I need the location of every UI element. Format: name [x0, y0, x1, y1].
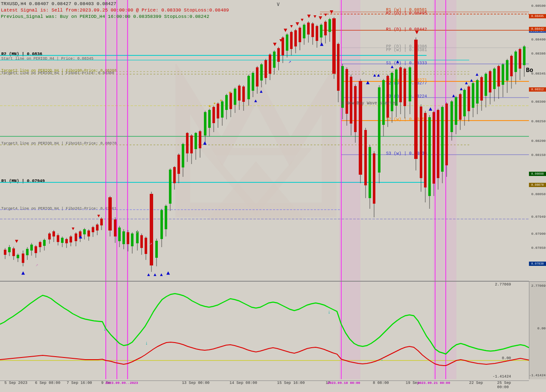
xaxis-sep21-date: 2023.09.21 00:00 [417, 381, 450, 385]
price-08250: 0.08250 [531, 119, 546, 123]
svg-rect-226 [437, 110, 439, 178]
svg-rect-168 [307, 23, 310, 35]
xaxis-sep14: 14 Sep 08:00 [229, 381, 257, 385]
svg-text:▼: ▼ [296, 20, 299, 27]
svg-text:▼: ▼ [15, 238, 18, 245]
svg-text:▲: ▲ [470, 78, 473, 83]
svg-text:▼: ▼ [279, 38, 282, 43]
svg-rect-106 [173, 167, 176, 183]
svg-rect-188 [350, 77, 352, 124]
svg-rect-174 [320, 25, 322, 37]
t4-price-box: 0.07830 [529, 262, 546, 266]
svg-text:▼: ▼ [284, 27, 288, 34]
r1d-price-label: 0.08442 [529, 27, 546, 31]
svg-rect-56 [57, 235, 59, 242]
xaxis-sep18b: 8 08:00 [373, 381, 389, 385]
svg-rect-236 [459, 94, 462, 120]
svg-rect-240 [468, 86, 470, 111]
xaxis-sep9-date: 2023.09.09..2023 [105, 381, 138, 385]
svg-text:▼: ▼ [330, 9, 334, 15]
svg-rect-46 [35, 246, 37, 253]
chart-svg: ▼ ▼ ▼ ▼ ▼ ▼ ▼ ▼ ▼ ▼ ▼ ▼ ▼ ▼ ▼ ▲ ▲ ▲ ▲ ▲ … [0, 0, 529, 281]
svg-rect-242 [472, 83, 474, 108]
svg-text:▲: ▲ [160, 272, 163, 277]
svg-rect-82 [118, 228, 121, 241]
svg-rect-190 [354, 86, 357, 132]
svg-rect-250 [489, 71, 491, 92]
svg-rect-100 [160, 210, 163, 239]
svg-text:↓: ↓ [328, 309, 331, 315]
svg-rect-116 [195, 133, 197, 149]
price-08386: 0.08386 [531, 52, 546, 55]
svg-rect-244 [476, 80, 479, 104]
s1-price-box: 0.08312 [529, 87, 546, 92]
svg-rect-164 [299, 28, 301, 42]
svg-rect-150 [269, 55, 271, 74]
svg-rect-180 [332, 18, 336, 74]
svg-rect-114 [190, 135, 193, 153]
svg-text:▼: ▼ [97, 213, 100, 219]
svg-rect-29 [339, 0, 360, 281]
svg-rect-42 [26, 249, 29, 255]
svg-text:▲: ▲ [429, 106, 433, 112]
svg-rect-54 [52, 231, 55, 236]
svg-rect-246 [480, 77, 483, 101]
svg-text:▲: ▲ [260, 89, 263, 94]
svg-text:▼: ▼ [301, 17, 304, 23]
xaxis-sep5: 5 Sep 2023 [4, 381, 27, 385]
svg-rect-104 [169, 170, 171, 204]
svg-text:▼: ▼ [415, 29, 419, 36]
svg-rect-196 [369, 147, 371, 198]
svg-text:▲: ▲ [452, 93, 455, 98]
svg-text:▲: ▲ [147, 272, 150, 277]
svg-text:▲: ▲ [396, 59, 399, 64]
svg-rect-124 [212, 107, 215, 123]
svg-text:▲: ▲ [79, 234, 82, 240]
xaxis: 5 Sep 2023 6 Sep 08:00 7 Sep 16:00 9 Se … [0, 380, 529, 388]
svg-text:▲: ▲ [320, 41, 324, 48]
svg-rect-254 [497, 66, 500, 86]
svg-rect-60 [65, 239, 68, 243]
r2d-price-label: 0.08495 [529, 14, 546, 18]
price-08400: 0.08400 [531, 37, 546, 41]
ind-price-mid: 0.00 [537, 326, 546, 330]
chart-container: ▼ ▼ ▼ ▼ ▼ ▼ ▼ ▼ ▼ ▼ ▼ ▼ ▼ ▼ ▼ ▲ ▲ ▲ ▲ ▲ … [0, 0, 546, 392]
svg-rect-321 [106, 282, 129, 379]
header-line-2: Latest Signal is: Sell from:2023.09.25 0… [1, 7, 229, 14]
svg-rect-176 [324, 22, 327, 35]
svg-rect-112 [186, 133, 189, 153]
svg-rect-162 [294, 30, 297, 46]
svg-rect-172 [316, 26, 318, 41]
svg-rect-58 [61, 238, 64, 243]
svg-rect-266 [523, 46, 526, 65]
svg-rect-40 [22, 254, 24, 263]
indicator-svg: ↓ ↓ ↓ ↓ [0, 282, 529, 379]
svg-rect-260 [510, 56, 513, 76]
xaxis-sep15: 15 Sep 16:00 [277, 381, 305, 385]
svg-text:▼: ▼ [324, 12, 327, 17]
svg-rect-198 [373, 153, 375, 204]
price-07900: 0.07900 [531, 231, 546, 235]
svg-text:★: ★ [213, 101, 216, 106]
svg-rect-262 [514, 52, 517, 72]
svg-rect-122 [208, 110, 211, 128]
svg-rect-36 [12, 248, 15, 256]
ind-price-bot: -1.41424 [529, 373, 546, 377]
svg-rect-48 [39, 242, 41, 247]
svg-rect-142 [252, 73, 254, 91]
svg-text:▲: ▲ [366, 79, 370, 86]
s2-price-box: 0.08098 [529, 172, 546, 176]
svg-text:▼: ▼ [314, 14, 317, 19]
ind-price-top: 2.77069 [531, 284, 546, 288]
svg-text:↓: ↓ [103, 326, 106, 332]
svg-rect-80 [114, 219, 116, 236]
bo-label: Bo [526, 67, 533, 74]
svg-text:▲: ▲ [21, 270, 25, 277]
svg-rect-252 [493, 69, 496, 89]
svg-rect-72 [92, 227, 94, 232]
svg-rect-88 [131, 233, 134, 246]
svg-text:▲: ▲ [166, 270, 170, 277]
svg-text:▲: ▲ [465, 81, 468, 86]
svg-rect-52 [48, 233, 51, 239]
svg-rect-34 [8, 247, 11, 252]
